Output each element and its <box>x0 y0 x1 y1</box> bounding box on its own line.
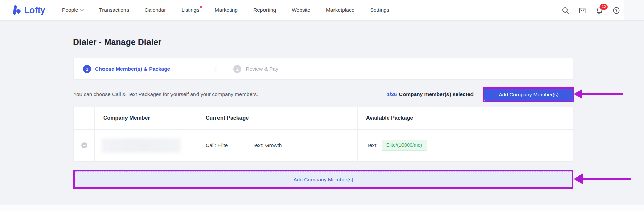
nav-label: Settings <box>370 7 389 13</box>
top-nav: Lofty People Transactions Calendar Listi… <box>0 0 644 21</box>
nav-item-calendar[interactable]: Calendar <box>144 7 166 13</box>
nav-label: Marketing <box>215 7 238 13</box>
notification-dot <box>200 6 202 8</box>
header-actions: 12 ? <box>561 0 620 21</box>
lofty-logo-icon <box>10 4 22 16</box>
row-cell-available-package: Text: Elite/(10000/mo) <box>357 130 573 161</box>
nav-item-transactions[interactable]: Transactions <box>99 7 129 13</box>
lofty-logo[interactable]: Lofty <box>10 4 45 16</box>
nav-item-listings[interactable]: Listings <box>181 7 199 13</box>
nav-label: People <box>62 7 78 13</box>
step-label: Review & Pay <box>246 66 278 72</box>
chevron-down-icon <box>80 9 84 11</box>
nav-label: Website <box>292 7 310 13</box>
notification-badge: 12 <box>600 4 608 10</box>
header-cell-select <box>74 107 94 129</box>
annotation-highlight-top: Add Company Member(s) <box>483 87 574 102</box>
help-icon[interactable]: ? <box>612 6 620 15</box>
page-description: You can choose Call & Text Packages for … <box>73 87 258 102</box>
nav-item-marketplace[interactable]: Marketplace <box>326 7 354 13</box>
nav-item-settings[interactable]: Settings <box>370 7 389 13</box>
available-package-label: Text: <box>367 142 378 148</box>
row-cell-select <box>74 130 94 161</box>
header-cell-current-package: Current Package <box>197 107 357 129</box>
member-name-redacted <box>102 138 181 153</box>
current-text-package: Text: Growth <box>252 142 282 148</box>
step-choose-members[interactable]: 1 Choose Member(s) & Package <box>83 65 170 73</box>
nav-item-website[interactable]: Website <box>292 7 310 13</box>
header-cell-company-member: Company Member <box>94 107 197 129</box>
add-company-members-button[interactable]: Add Company Member(s) <box>484 89 573 101</box>
annotation-arrow-bottom <box>574 173 583 184</box>
annotation-highlight-bottom: Add Company Member(s) <box>73 170 573 189</box>
annotation-arrow-top <box>574 89 582 99</box>
nav-item-marketing[interactable]: Marketing <box>215 7 238 13</box>
chevron-right-icon <box>214 66 217 72</box>
brand-name: Lofty <box>24 5 45 16</box>
search-icon[interactable] <box>561 6 570 15</box>
step-label: Choose Member(s) & Package <box>95 66 170 72</box>
nav-label: Marketplace <box>326 7 354 13</box>
step-review-pay[interactable]: 2 Review & Pay <box>233 65 278 73</box>
main-nav: People Transactions Calendar Listings Ma… <box>62 7 389 13</box>
nav-label: Reporting <box>253 7 276 13</box>
nav-label: Transactions <box>99 7 129 13</box>
nav-item-reporting[interactable]: Reporting <box>253 7 276 13</box>
add-company-members-bottom-button[interactable]: Add Company Member(s) <box>75 171 572 187</box>
available-package-badge[interactable]: Elite/(10000/mo) <box>382 140 427 150</box>
stepper-card: 1 Choose Member(s) & Package 2 Review & … <box>73 58 573 80</box>
nav-label: Calendar <box>144 7 166 13</box>
row-cell-member <box>94 130 197 161</box>
step-number: 2 <box>233 65 242 73</box>
table-header-row: Company Member Current Package Available… <box>74 107 573 130</box>
nav-label: Listings <box>181 7 199 13</box>
selected-count: 1/26 <box>387 91 397 97</box>
selected-label: Company member(s) selected <box>399 91 474 97</box>
screen: Lofty People Transactions Calendar Listi… <box>0 0 644 211</box>
annotation-arrow-top-shaft <box>581 93 623 95</box>
svg-text:?: ? <box>615 8 617 13</box>
nav-item-people[interactable]: People <box>62 7 84 13</box>
header-right-strip <box>624 0 644 20</box>
current-call-package: Call: Elite <box>206 142 228 148</box>
page-title: Dialer - Manage Dialer <box>73 37 161 47</box>
step-number: 1 <box>83 65 91 73</box>
table-row: Call: Elite Text: Growth Text: Elite/(10… <box>74 130 573 161</box>
members-table: Company Member Current Package Available… <box>73 107 573 162</box>
remove-member-icon[interactable] <box>81 142 87 148</box>
annotation-arrow-bottom-shaft <box>582 178 631 180</box>
inbox-icon[interactable] <box>578 6 586 15</box>
bell-icon[interactable]: 12 <box>595 6 603 15</box>
selection-summary: 1/26 Company member(s) selected <box>387 87 474 102</box>
row-cell-current-package: Call: Elite Text: Growth <box>197 130 357 161</box>
bottom-band <box>0 205 644 211</box>
header-cell-available-package: Available Package <box>357 107 573 129</box>
